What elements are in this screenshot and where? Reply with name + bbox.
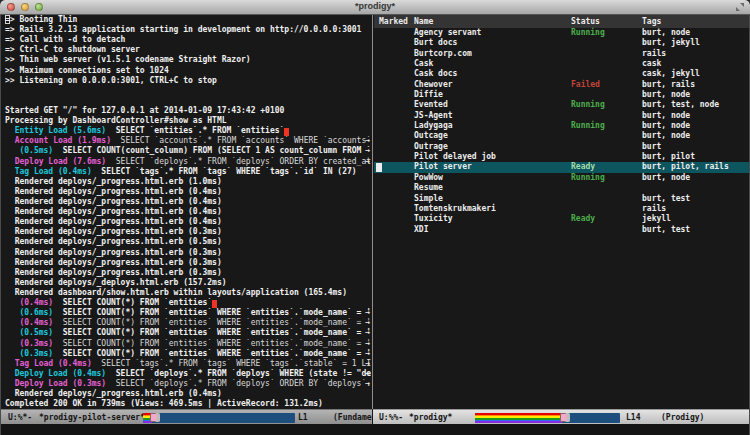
log-line: Rendered deploys/_progress.html.erb (0.4… (1, 217, 371, 227)
log-text: Rendered deploys/_progress.html.erb (0.4… (5, 207, 222, 216)
service-row[interactable]: TuxicityReadyjekyll (374, 214, 749, 224)
close-button[interactable] (7, 3, 15, 11)
service-tags: burt, node (642, 111, 690, 122)
zoom-button[interactable] (35, 3, 43, 11)
emacs-window: *prodigy* => Booting Thin=> Rails 3.2.13… (0, 0, 750, 435)
service-row[interactable]: XDIburt, test (374, 225, 749, 235)
service-row[interactable]: Tomtenskrukmakerirails (374, 204, 749, 214)
service-name: Agency servant (414, 28, 481, 39)
service-row[interactable]: JS-Agentburt, node (374, 111, 749, 121)
service-tags: burt, test (642, 225, 690, 236)
pane-divider[interactable] (372, 15, 373, 409)
service-status: Running (571, 28, 605, 39)
log-line: (0.6ms) SELECT COUNT(*) FROM `entities` … (1, 308, 371, 318)
truncation-arrow-icon: → (365, 157, 370, 167)
service-row[interactable]: Pilot serverReadyburt, pilot, rails (374, 162, 749, 172)
log-line: => Rails 3.2.13 application starting in … (1, 25, 371, 35)
window-title: *prodigy* (60, 1, 690, 11)
modeline-line-number: L14 (626, 410, 640, 424)
log-text: SELECT `tags`.* FROM `tags` WHERE `tags`… (92, 167, 357, 176)
log-text: SELECT `entities`.* FROM `entities` (106, 126, 284, 135)
log-line (1, 86, 371, 96)
truncation-arrow-icon: → (365, 369, 370, 379)
service-row[interactable]: Pilot delayed jobburt, pilot (374, 152, 749, 162)
log-text: Processing by DashboardController#show a… (5, 116, 227, 125)
log-text: Booting Thin (15, 15, 78, 24)
sql-duration-label: (0.4ms) (5, 298, 53, 307)
service-tags: burt (642, 142, 661, 153)
modeline-active[interactable]: U:%%- *prodigy* L14 (Prodigy) (373, 409, 749, 424)
service-tags: burt, pilot, rails (642, 162, 729, 173)
truncation-arrow-icon: → (365, 318, 370, 328)
log-line: Deploy Load (0.3ms) SELECT `deploys`.* F… (1, 379, 371, 389)
minimize-button[interactable] (21, 3, 29, 11)
service-row[interactable]: PowWowRunningburt, node (374, 173, 749, 183)
left-pane-lines: => Booting Thin=> Rails 3.2.13 applicati… (1, 15, 371, 409)
modeline-major-mode[interactable]: (Fundamen (333, 410, 372, 424)
sql-duration-label: Account Load (1.9ms) (5, 136, 111, 145)
truncation-arrow-icon: → (365, 349, 370, 359)
service-status: Ready (571, 162, 595, 173)
log-line: Rendered deploys/_progress.html.erb (0.3… (1, 258, 371, 268)
service-row[interactable]: Burt docsburt, jekyll (374, 38, 749, 48)
sql-text: SELECT `accounts`.* FROM `accounts` WHER… (111, 136, 371, 145)
service-row[interactable]: Resume (374, 183, 749, 193)
log-line: (0.4ms) SELECT COUNT(*) FROM `entities` (1, 298, 371, 308)
nyan-rainbow (475, 413, 562, 423)
fullscreen-icon[interactable] (736, 3, 744, 11)
modeline-buffer-name[interactable]: *prodigy-pilot-server* (39, 410, 145, 424)
truncation-arrow-icon: → (365, 146, 370, 156)
sql-duration-label: (0.3ms) (5, 339, 53, 348)
log-text: Rendered deploys/_progress.html.erb (1.0… (5, 177, 222, 186)
log-line: (0.5ms) SELECT COUNT(count_column) FROM … (1, 146, 371, 156)
log-line: Rendered deploys/_progress.html.erb (1.0… (1, 177, 371, 187)
service-row[interactable]: Agency servantRunningburt, node (374, 28, 749, 38)
log-line: Rendered deploys/_progress.html.erb (0.4… (1, 389, 371, 399)
log-line: Started GET "/" for 127.0.0.1 at 2014-01… (1, 106, 371, 116)
log-line: Account Load (1.9ms) SELECT `accounts`.*… (1, 136, 371, 146)
service-row[interactable]: LadygagaRunningburt, node (374, 121, 749, 131)
service-row[interactable]: ChewoverFailedburt, rails (374, 80, 749, 90)
log-text: SELECT COUNT(*) FROM `entities` WHERE `e… (53, 308, 371, 317)
log-text: Rendered deploys/_progress.html.erb (0.3… (5, 268, 222, 277)
modeline-buffer-name[interactable]: *prodigy* (409, 410, 452, 424)
service-row[interactable]: Simpleburt, test (374, 194, 749, 204)
service-name: Cask (414, 59, 433, 70)
service-tags: burt, node (642, 90, 690, 101)
service-row[interactable]: Caskcask (374, 59, 749, 69)
truncation-arrow-icon: → (365, 136, 370, 146)
modeline-major-mode[interactable]: (Prodigy) (661, 410, 704, 424)
service-name: Burt docs (414, 38, 457, 49)
service-row[interactable]: EventedRunningburt, test, node (374, 100, 749, 110)
service-row[interactable]: Outrageburt (374, 142, 749, 152)
log-text: Rendered deploys/_progress.html.erb (0.3… (5, 227, 222, 236)
service-name: Tomtenskrukmakeri (414, 204, 496, 215)
nyan-progress-bar (143, 413, 295, 423)
service-tags: burt, node (642, 173, 690, 184)
log-text: Rendered dashboard/show.html.erb within … (5, 288, 347, 297)
log-line: Deploy Load (0.4ms) SELECT `deploys`.* F… (1, 369, 371, 379)
log-line: Tag Load (0.4ms) SELECT `tags`.* FROM `t… (1, 359, 371, 369)
service-name: Tuxicity (414, 214, 453, 225)
minibuffer[interactable] (1, 424, 749, 435)
service-tags: burt, jekyll (642, 38, 700, 49)
service-tags: rails (642, 204, 666, 215)
service-row[interactable]: Burtcorp.comrails (374, 49, 749, 59)
log-text: => Call with -d to detach (5, 35, 125, 44)
log-line: Rendered deploys/_progress.html.erb (0.3… (1, 248, 371, 258)
service-row[interactable]: Outcageburt, node (374, 131, 749, 141)
service-name: Chewover (414, 80, 453, 91)
service-row[interactable]: Cask docscask, jekyll (374, 69, 749, 79)
service-name: Ladygaga (414, 121, 453, 132)
service-name: Resume (414, 183, 443, 194)
server-log-buffer: => Booting Thin=> Rails 3.2.13 applicati… (1, 15, 371, 409)
log-line: Rendered deploys/_progress.html.erb (0.4… (1, 207, 371, 217)
log-line: Rendered dashboard/show.html.erb within … (1, 288, 371, 298)
log-text: >> Listening on 0.0.0.0:3001, CTRL+C to … (5, 76, 217, 85)
titlebar[interactable]: *prodigy* (0, 0, 750, 15)
service-status: Running (571, 100, 605, 111)
modeline-inactive[interactable]: U:%*- *prodigy-pilot-server* L1 (Fundame… (1, 409, 372, 424)
sql-duration-label: Deploy Load (0.3ms) (5, 379, 106, 388)
log-line: Rendered deploys/_deploys.html.erb (157.… (1, 278, 371, 288)
service-row[interactable]: Diffieburt, node (374, 90, 749, 100)
